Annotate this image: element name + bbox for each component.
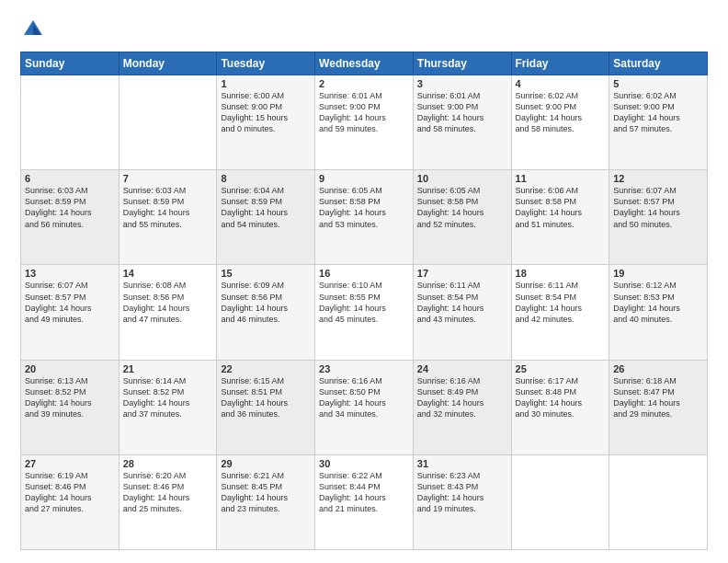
weekday-thursday: Thursday — [413, 52, 511, 75]
calendar-cell: 8Sunrise: 6:04 AM Sunset: 8:59 PM Daylig… — [217, 170, 315, 265]
day-info: Sunrise: 6:00 AM Sunset: 9:00 PM Dayligh… — [221, 90, 311, 135]
day-number: 19 — [613, 268, 703, 279]
day-info: Sunrise: 6:05 AM Sunset: 8:58 PM Dayligh… — [319, 185, 409, 230]
day-number: 30 — [319, 458, 409, 469]
logo-icon — [20, 17, 46, 42]
day-info: Sunrise: 6:17 AM Sunset: 8:48 PM Dayligh… — [516, 375, 606, 420]
day-number: 21 — [123, 363, 213, 374]
day-number: 18 — [516, 268, 606, 279]
day-info: Sunrise: 6:12 AM Sunset: 8:53 PM Dayligh… — [613, 280, 703, 325]
calendar-cell: 18Sunrise: 6:11 AM Sunset: 8:54 PM Dayli… — [511, 265, 609, 360]
day-number: 1 — [221, 78, 311, 89]
calendar-cell — [119, 75, 217, 170]
day-info: Sunrise: 6:11 AM Sunset: 8:54 PM Dayligh… — [516, 280, 606, 325]
week-row-5: 27Sunrise: 6:19 AM Sunset: 8:46 PM Dayli… — [21, 454, 708, 549]
day-info: Sunrise: 6:05 AM Sunset: 8:58 PM Dayligh… — [417, 185, 507, 230]
day-number: 13 — [25, 268, 115, 279]
day-number: 22 — [221, 363, 311, 374]
day-info: Sunrise: 6:09 AM Sunset: 8:56 PM Dayligh… — [221, 280, 311, 325]
day-info: Sunrise: 6:23 AM Sunset: 8:43 PM Dayligh… — [417, 470, 507, 515]
calendar-cell: 4Sunrise: 6:02 AM Sunset: 9:00 PM Daylig… — [511, 75, 609, 170]
day-info: Sunrise: 6:16 AM Sunset: 8:49 PM Dayligh… — [417, 375, 507, 420]
calendar-cell: 16Sunrise: 6:10 AM Sunset: 8:55 PM Dayli… — [315, 265, 414, 360]
calendar-cell: 28Sunrise: 6:20 AM Sunset: 8:46 PM Dayli… — [119, 454, 217, 549]
day-info: Sunrise: 6:14 AM Sunset: 8:52 PM Dayligh… — [123, 375, 213, 420]
calendar: SundayMondayTuesdayWednesdayThursdayFrid… — [20, 52, 708, 550]
calendar-cell: 27Sunrise: 6:19 AM Sunset: 8:46 PM Dayli… — [21, 454, 119, 549]
calendar-cell: 31Sunrise: 6:23 AM Sunset: 8:43 PM Dayli… — [413, 454, 511, 549]
calendar-cell — [21, 75, 119, 170]
calendar-cell: 19Sunrise: 6:12 AM Sunset: 8:53 PM Dayli… — [609, 265, 708, 360]
day-number: 11 — [516, 173, 606, 184]
week-row-4: 20Sunrise: 6:13 AM Sunset: 8:52 PM Dayli… — [21, 360, 708, 454]
day-number: 31 — [417, 458, 507, 469]
weekday-saturday: Saturday — [609, 52, 708, 75]
day-info: Sunrise: 6:15 AM Sunset: 8:51 PM Dayligh… — [221, 375, 311, 420]
day-number: 20 — [25, 363, 115, 374]
day-info: Sunrise: 6:13 AM Sunset: 8:52 PM Dayligh… — [25, 375, 115, 420]
day-number: 2 — [319, 78, 409, 89]
day-number: 12 — [613, 173, 703, 184]
day-info: Sunrise: 6:03 AM Sunset: 8:59 PM Dayligh… — [25, 185, 115, 230]
calendar-cell: 5Sunrise: 6:02 AM Sunset: 9:00 PM Daylig… — [609, 75, 708, 170]
day-number: 4 — [516, 78, 606, 89]
header — [20, 17, 708, 42]
day-info: Sunrise: 6:11 AM Sunset: 8:54 PM Dayligh… — [417, 280, 507, 325]
calendar-cell: 7Sunrise: 6:03 AM Sunset: 8:59 PM Daylig… — [119, 170, 217, 265]
day-number: 29 — [221, 458, 311, 469]
day-number: 14 — [123, 268, 213, 279]
day-number: 28 — [123, 458, 213, 469]
weekday-header-row: SundayMondayTuesdayWednesdayThursdayFrid… — [21, 52, 708, 75]
week-row-2: 6Sunrise: 6:03 AM Sunset: 8:59 PM Daylig… — [21, 170, 708, 265]
calendar-cell: 10Sunrise: 6:05 AM Sunset: 8:58 PM Dayli… — [413, 170, 511, 265]
week-row-3: 13Sunrise: 6:07 AM Sunset: 8:57 PM Dayli… — [21, 265, 708, 360]
day-number: 24 — [417, 363, 507, 374]
day-info: Sunrise: 6:04 AM Sunset: 8:59 PM Dayligh… — [221, 185, 311, 230]
day-info: Sunrise: 6:20 AM Sunset: 8:46 PM Dayligh… — [123, 470, 213, 515]
day-info: Sunrise: 6:21 AM Sunset: 8:45 PM Dayligh… — [221, 470, 311, 515]
calendar-cell: 26Sunrise: 6:18 AM Sunset: 8:47 PM Dayli… — [609, 360, 708, 454]
calendar-cell: 1Sunrise: 6:00 AM Sunset: 9:00 PM Daylig… — [217, 75, 315, 170]
calendar-cell: 9Sunrise: 6:05 AM Sunset: 8:58 PM Daylig… — [315, 170, 414, 265]
day-info: Sunrise: 6:16 AM Sunset: 8:50 PM Dayligh… — [319, 375, 409, 420]
page: SundayMondayTuesdayWednesdayThursdayFrid… — [0, 0, 728, 563]
day-number: 26 — [613, 363, 703, 374]
day-number: 10 — [417, 173, 507, 184]
weekday-wednesday: Wednesday — [315, 52, 414, 75]
day-info: Sunrise: 6:08 AM Sunset: 8:56 PM Dayligh… — [123, 280, 213, 325]
weekday-friday: Friday — [511, 52, 609, 75]
day-info: Sunrise: 6:02 AM Sunset: 9:00 PM Dayligh… — [516, 90, 606, 135]
day-info: Sunrise: 6:01 AM Sunset: 9:00 PM Dayligh… — [417, 90, 507, 135]
calendar-cell: 21Sunrise: 6:14 AM Sunset: 8:52 PM Dayli… — [119, 360, 217, 454]
calendar-cell: 22Sunrise: 6:15 AM Sunset: 8:51 PM Dayli… — [217, 360, 315, 454]
logo — [20, 17, 50, 42]
day-number: 16 — [319, 268, 409, 279]
day-number: 5 — [613, 78, 703, 89]
calendar-cell: 15Sunrise: 6:09 AM Sunset: 8:56 PM Dayli… — [217, 265, 315, 360]
day-info: Sunrise: 6:22 AM Sunset: 8:44 PM Dayligh… — [319, 470, 409, 515]
day-info: Sunrise: 6:18 AM Sunset: 8:47 PM Dayligh… — [613, 375, 703, 420]
day-number: 7 — [123, 173, 213, 184]
day-number: 27 — [25, 458, 115, 469]
day-number: 17 — [417, 268, 507, 279]
day-number: 6 — [25, 173, 115, 184]
calendar-cell: 20Sunrise: 6:13 AM Sunset: 8:52 PM Dayli… — [21, 360, 119, 454]
calendar-cell: 12Sunrise: 6:07 AM Sunset: 8:57 PM Dayli… — [609, 170, 708, 265]
calendar-cell: 3Sunrise: 6:01 AM Sunset: 9:00 PM Daylig… — [413, 75, 511, 170]
calendar-cell: 6Sunrise: 6:03 AM Sunset: 8:59 PM Daylig… — [21, 170, 119, 265]
day-number: 15 — [221, 268, 311, 279]
day-number: 8 — [221, 173, 311, 184]
weekday-tuesday: Tuesday — [217, 52, 315, 75]
calendar-cell: 14Sunrise: 6:08 AM Sunset: 8:56 PM Dayli… — [119, 265, 217, 360]
day-info: Sunrise: 6:10 AM Sunset: 8:55 PM Dayligh… — [319, 280, 409, 325]
day-info: Sunrise: 6:02 AM Sunset: 9:00 PM Dayligh… — [613, 90, 703, 135]
day-info: Sunrise: 6:01 AM Sunset: 9:00 PM Dayligh… — [319, 90, 409, 135]
day-number: 3 — [417, 78, 507, 89]
calendar-cell: 2Sunrise: 6:01 AM Sunset: 9:00 PM Daylig… — [315, 75, 414, 170]
day-info: Sunrise: 6:19 AM Sunset: 8:46 PM Dayligh… — [25, 470, 115, 515]
calendar-cell: 25Sunrise: 6:17 AM Sunset: 8:48 PM Dayli… — [511, 360, 609, 454]
day-number: 25 — [516, 363, 606, 374]
week-row-1: 1Sunrise: 6:00 AM Sunset: 9:00 PM Daylig… — [21, 75, 708, 170]
weekday-sunday: Sunday — [21, 52, 119, 75]
calendar-cell — [511, 454, 609, 549]
